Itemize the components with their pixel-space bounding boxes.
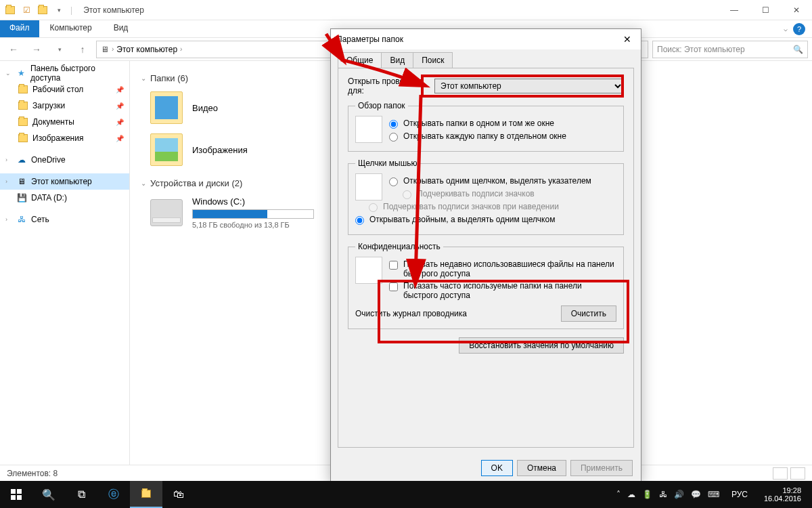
ribbon-view[interactable]: Вид bbox=[103, 20, 139, 37]
tray-network-icon[interactable]: 🖧 bbox=[659, 490, 667, 499]
sidebar-label: OneDrive bbox=[31, 155, 66, 165]
tray-onedrive-icon[interactable]: ☁ bbox=[627, 490, 635, 499]
folder-icon bbox=[150, 133, 183, 166]
view-tiles-button[interactable] bbox=[790, 467, 805, 480]
radio-underline-always bbox=[403, 190, 411, 199]
dialog-close-button[interactable]: ✕ bbox=[619, 34, 635, 45]
taskbar: 🔍 ⧉ ⓔ 🛍 ˄ ☁ 🔋 🖧 🔊 💬 ⌨ РУС 19:28 16.04.20… bbox=[0, 481, 812, 508]
sidebar-onedrive[interactable]: ›☁OneDrive bbox=[0, 152, 129, 168]
folder-label: Видео bbox=[192, 103, 218, 113]
ribbon-file[interactable]: Файл bbox=[0, 20, 39, 37]
pin-icon: 📌 bbox=[116, 135, 124, 142]
radio-double-click[interactable] bbox=[355, 216, 364, 225]
tray-keyboard-icon[interactable]: ⌨ bbox=[708, 490, 719, 499]
open-explorer-label: Открыть проводник для: bbox=[348, 77, 429, 96]
pc-icon: 🖥 bbox=[101, 45, 109, 54]
taskview-button[interactable]: ⧉ bbox=[65, 481, 97, 508]
nav-recent-button[interactable]: ▾ bbox=[50, 40, 69, 59]
sidebar-this-pc[interactable]: ›🖥Этот компьютер bbox=[0, 173, 129, 190]
restore-defaults-button[interactable]: Восстановить значения по умолчанию bbox=[459, 337, 624, 354]
radio-single-click[interactable] bbox=[389, 177, 398, 186]
nav-up-button[interactable]: ↑ bbox=[73, 40, 92, 59]
store-button[interactable]: 🛍 bbox=[162, 481, 195, 508]
tab-search[interactable]: Поиск bbox=[413, 52, 453, 68]
breadcrumb-root[interactable]: Этот компьютер bbox=[116, 45, 177, 54]
qat-dropdown-icon[interactable]: ▾ bbox=[51, 3, 66, 18]
sidebar-desktop[interactable]: Рабочий стол📌 bbox=[0, 81, 129, 98]
sidebar-label: Загрузки bbox=[32, 101, 65, 110]
click-fieldset: Щелчки мышью Открывать одним щелчком, вы… bbox=[348, 158, 624, 235]
minimize-button[interactable]: — bbox=[719, 0, 750, 20]
edge-button[interactable]: ⓔ bbox=[97, 481, 130, 508]
sidebar-pictures[interactable]: Изображения📌 bbox=[0, 130, 129, 146]
radio-same-window[interactable] bbox=[389, 120, 398, 129]
svg-rect-0 bbox=[11, 489, 16, 494]
help-icon[interactable]: ? bbox=[793, 23, 805, 35]
tray-clock[interactable]: 19:28 16.04.2016 bbox=[760, 486, 805, 503]
privacy-legend: Конфиденциальность bbox=[355, 242, 443, 251]
ok-button[interactable]: OK bbox=[481, 460, 513, 476]
sidebar-label: Сеть bbox=[31, 215, 49, 224]
clear-history-label: Очистить журнал проводника bbox=[355, 309, 467, 318]
drive-icon bbox=[150, 199, 183, 226]
sidebar-downloads[interactable]: Загрузки📌 bbox=[0, 98, 129, 114]
tab-view[interactable]: Вид bbox=[381, 52, 413, 68]
sidebar-label: Этот компьютер bbox=[31, 177, 92, 186]
sidebar-label: Изображения bbox=[32, 133, 83, 143]
pin-icon: 📌 bbox=[116, 86, 124, 93]
view-details-button[interactable] bbox=[773, 467, 788, 480]
sidebar-documents[interactable]: Документы📌 bbox=[0, 114, 129, 130]
sidebar-label: Документы bbox=[32, 117, 74, 127]
tray-notifications-icon[interactable]: 💬 bbox=[691, 490, 701, 499]
browse-fieldset: Обзор папок Открывать папки в одном и то… bbox=[348, 101, 624, 152]
folder-label: Изображения bbox=[192, 145, 248, 155]
svg-rect-1 bbox=[17, 489, 22, 494]
radio-new-window[interactable] bbox=[389, 133, 398, 142]
nav-forward-button[interactable]: → bbox=[27, 40, 46, 59]
tray-show-hidden-icon[interactable]: ˄ bbox=[616, 490, 621, 499]
close-button[interactable]: ✕ bbox=[781, 0, 812, 20]
pin-icon: 📌 bbox=[116, 119, 124, 126]
check-recent-files[interactable] bbox=[389, 261, 398, 270]
apply-button[interactable]: Применить bbox=[570, 460, 633, 476]
ribbon-computer[interactable]: Компьютер bbox=[39, 20, 103, 37]
pin-icon: 📌 bbox=[116, 102, 124, 110]
dialog-title: Параметры папок bbox=[336, 35, 403, 44]
tray-language[interactable]: РУС bbox=[726, 490, 753, 499]
start-button[interactable] bbox=[0, 481, 32, 508]
window-titlebar: ☑ ▾ | Этот компьютер — ☐ ✕ bbox=[0, 0, 812, 20]
browse-icon bbox=[355, 116, 382, 143]
search-box[interactable]: Поиск: Этот компьютер 🔍 bbox=[652, 41, 808, 58]
privacy-icon bbox=[355, 257, 382, 284]
maximize-button[interactable]: ☐ bbox=[750, 0, 781, 20]
check-frequent-folders[interactable] bbox=[389, 282, 398, 291]
search-placeholder: Поиск: Этот компьютер bbox=[657, 45, 745, 54]
open-explorer-select[interactable]: Этот компьютер bbox=[434, 79, 624, 93]
sidebar-label: Рабочий стол bbox=[32, 85, 83, 94]
folder-icon bbox=[150, 91, 183, 124]
clear-button[interactable]: Очистить bbox=[561, 305, 616, 322]
tab-general[interactable]: Общие bbox=[338, 52, 382, 68]
sidebar-data-drive[interactable]: 💾DATA (D:) bbox=[0, 190, 129, 206]
status-count: Элементов: 8 bbox=[7, 469, 58, 478]
ribbon-collapse-icon[interactable]: ⌵ bbox=[784, 25, 788, 33]
qat-newfolder-icon[interactable] bbox=[35, 3, 50, 18]
nav-back-button[interactable]: ← bbox=[4, 40, 23, 59]
tray-volume-icon[interactable]: 🔊 bbox=[674, 490, 684, 499]
tray-battery-icon[interactable]: 🔋 bbox=[642, 490, 652, 499]
sidebar-label: DATA (D:) bbox=[31, 193, 67, 203]
folder-icon bbox=[3, 3, 18, 18]
explorer-button[interactable] bbox=[130, 481, 162, 508]
cancel-button[interactable]: Отмена bbox=[517, 460, 566, 476]
qat-properties-icon[interactable]: ☑ bbox=[19, 3, 34, 18]
radio-underline-hover bbox=[369, 203, 378, 212]
sidebar-network[interactable]: ›🖧Сеть bbox=[0, 211, 129, 228]
drive-label: Windows (C:) bbox=[192, 196, 314, 207]
click-legend: Щелчки мышью bbox=[355, 158, 420, 168]
drive-subtext: 5,18 ГБ свободно из 13,8 ГБ bbox=[192, 221, 314, 229]
search-icon: 🔍 bbox=[793, 45, 803, 54]
sidebar-label: Панель быстрого доступа bbox=[30, 64, 124, 83]
search-button[interactable]: 🔍 bbox=[32, 481, 65, 508]
sidebar-quick-access[interactable]: ⌄★Панель быстрого доступа bbox=[0, 65, 129, 81]
folder-options-dialog: Параметры папок ✕ Общие Вид Поиск Открыт… bbox=[330, 28, 641, 482]
